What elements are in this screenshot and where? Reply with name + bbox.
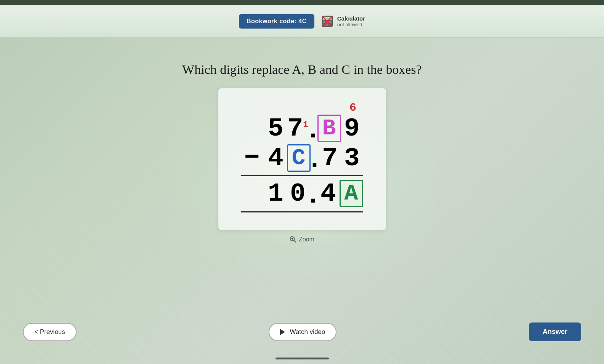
carry-digit-6: 6 xyxy=(350,101,356,113)
calculator-info: Calculator not allowed xyxy=(320,14,365,28)
math-card: 6 5 71 . B 9 − 4 C . 7 3 1 0 . 4 A xyxy=(218,88,386,230)
minus-sign: − xyxy=(241,144,263,172)
svg-rect-2 xyxy=(323,21,325,23)
row1: 5 71 . B 9 xyxy=(241,113,363,143)
dot-1: . xyxy=(309,113,317,143)
zoom-icon xyxy=(290,236,296,243)
home-bar xyxy=(276,358,329,359)
calculator-text: Calculator not allowed xyxy=(337,15,365,27)
box-b: B xyxy=(317,115,341,142)
zoom-button[interactable]: Zoom xyxy=(290,236,314,243)
digit-7: 71 xyxy=(287,115,309,142)
digit-4b: 4 xyxy=(317,180,340,207)
divider-line xyxy=(241,175,363,176)
header: Bookwork code: 4C Calculator not allowed xyxy=(0,5,604,38)
dot-2: . xyxy=(311,143,319,173)
box-c: C xyxy=(287,144,311,172)
divider-line-2 xyxy=(241,211,363,212)
answer-button[interactable]: Answer xyxy=(529,322,581,341)
svg-line-11 xyxy=(294,240,296,242)
calculator-icon xyxy=(320,14,334,28)
carry-area: 6 xyxy=(241,100,363,113)
row3: 1 0 . 4 A xyxy=(241,179,363,208)
dot-3: . xyxy=(309,179,317,208)
digit-3: 3 xyxy=(341,144,363,172)
video-play-icon xyxy=(280,329,285,335)
carry-digit-1: 1 xyxy=(303,120,308,129)
bottom-bar: < Previous Watch video Answer xyxy=(0,322,604,341)
digit-4: 4 xyxy=(265,144,287,172)
watch-video-label: Watch video xyxy=(290,328,325,336)
digit-7b: 7 xyxy=(319,144,341,172)
zoom-label: Zoom xyxy=(299,236,314,243)
digit-5: 5 xyxy=(265,115,287,142)
box-a: A xyxy=(340,180,363,207)
digit-9: 9 xyxy=(341,115,363,142)
digit-1: 1 xyxy=(265,180,287,207)
svg-rect-6 xyxy=(326,24,328,26)
previous-button[interactable]: < Previous xyxy=(23,323,77,341)
bookwork-badge: Bookwork code: 4C xyxy=(239,14,314,29)
question-text: Which digits replace A, B and C in the b… xyxy=(182,62,422,77)
top-bar xyxy=(0,0,604,5)
watch-video-button[interactable]: Watch video xyxy=(269,323,336,341)
main-content: Which digits replace A, B and C in the b… xyxy=(0,38,604,364)
row2: − 4 C . 7 3 xyxy=(241,143,363,173)
digit-0: 0 xyxy=(287,180,309,207)
